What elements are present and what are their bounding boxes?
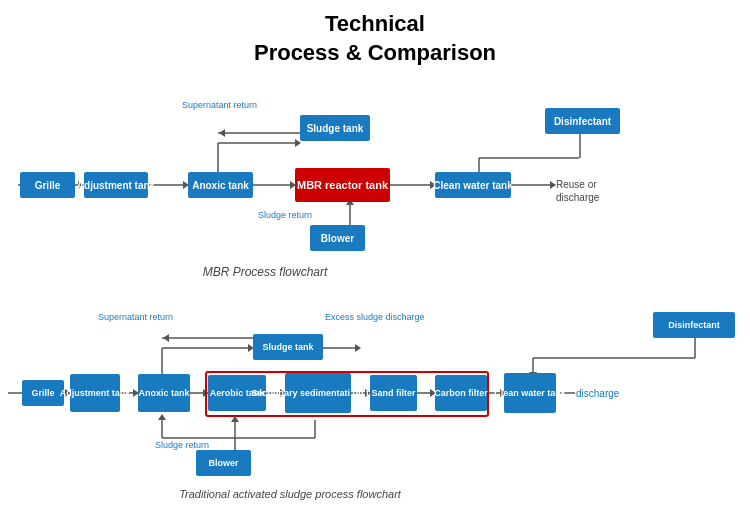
mbr-adjustment-tank-box: Adjustment tank — [84, 172, 148, 198]
svg-marker-52 — [231, 416, 239, 422]
svg-marker-16 — [219, 129, 225, 137]
trad-supernatant-label: Supernatant return — [98, 312, 173, 322]
trad-disinfectant-box: Disinfectant — [653, 312, 735, 338]
mbr-disinfectant-box: Disinfectant — [545, 108, 620, 134]
trad-discharge-label: discharge — [576, 388, 619, 399]
trad-anoxic-box: Anoxic tank — [138, 374, 190, 412]
mbr-anoxic-tank-box: Anoxic tank — [188, 172, 253, 198]
svg-marker-46 — [355, 344, 361, 352]
trad-sand-filter-box: Sand filter — [370, 375, 417, 411]
mbr-diagram-label: MBR Process flowchart — [130, 265, 400, 279]
svg-marker-44 — [163, 334, 169, 342]
trad-grille-box: Grille — [22, 380, 64, 406]
trad-sludge-return-label: Sludge return — [155, 440, 209, 450]
mbr-grille-box: Grille — [20, 172, 75, 198]
mbr-sludge-return-label: Sludge return — [258, 210, 312, 220]
mbr-reactor-box: MBR reactor tank — [295, 168, 390, 202]
mbr-sludge-tank-box: Sludge tank — [300, 115, 370, 141]
page-title: Technical Process & Comparison — [0, 0, 750, 67]
trad-blower-box: Blower — [196, 450, 251, 476]
trad-diagram-label: Traditional activated sludge process flo… — [90, 488, 490, 500]
mbr-blower-box: Blower — [310, 225, 365, 251]
mbr-reuse-label: Reuse ordischarge — [556, 178, 599, 204]
trad-excess-sludge-label: Excess sludge discharge — [325, 312, 425, 322]
trad-carbon-filter-box: Carbon filter — [435, 375, 487, 411]
trad-adjustment-box: Adjustment tank — [70, 374, 120, 412]
mbr-supernatant-label: Supernatant return — [182, 100, 257, 110]
trad-clean-water-box: Clean water tank — [504, 373, 556, 413]
mbr-clean-water-box: Clean water tank — [435, 172, 511, 198]
trad-sludge-tank-box: Sludge tank — [253, 334, 323, 360]
svg-marker-50 — [158, 414, 166, 420]
trad-secondary-sed-box: Secondary sedimentati on tank — [285, 373, 351, 413]
